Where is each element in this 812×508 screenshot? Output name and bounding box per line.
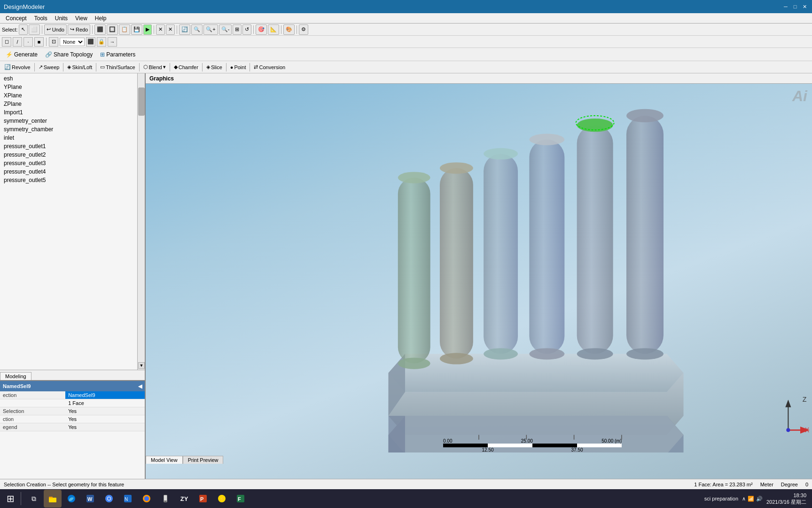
- taskbar-powerpoint[interactable]: P: [194, 490, 212, 508]
- zoom-out[interactable]: 🔍-: [219, 24, 232, 35]
- view-3d[interactable]: 🎯: [256, 24, 267, 35]
- modeling-tab[interactable]: Modeling: [0, 372, 31, 380]
- scrollbar-thumb: [138, 87, 145, 116]
- generate-button[interactable]: ⚡ Generate: [3, 49, 40, 60]
- status-text: Selection Creation -- Select geometry fo…: [4, 482, 694, 487]
- tree-scrollbar[interactable]: ▼: [137, 73, 145, 370]
- taskbar-phone[interactable]: [156, 490, 174, 508]
- tree-item-po3[interactable]: pressure_outlet3: [0, 159, 137, 167]
- render-btn[interactable]: 🎨: [283, 24, 295, 35]
- share-topology-button[interactable]: 🔗 Share Topology: [42, 49, 95, 60]
- taskbar-ansys[interactable]: ⚡: [213, 490, 231, 508]
- tree-item-po2[interactable]: pressure_outlet2: [0, 151, 137, 159]
- taskbar-word[interactable]: W: [81, 490, 99, 508]
- chamfer-btn[interactable]: ◆ Chamfer: [172, 62, 201, 72]
- lock-btn[interactable]: 🔒: [97, 37, 106, 47]
- taskbar-netbeans[interactable]: N: [119, 490, 137, 508]
- toolbar-select: Select: ↖ ⬜ ↩Undo ↪Redo ⬛ 🔲 📋 💾 ▶ ✕ ✕ 🔄 …: [0, 24, 812, 36]
- arrow-btn[interactable]: →: [108, 37, 117, 47]
- taskbar-clock[interactable]: 18:30 2021/3/16 星期二: [766, 492, 806, 506]
- scale-seg3: [532, 444, 577, 447]
- tree-item-mesh[interactable]: esh: [0, 74, 137, 83]
- zoom-fit[interactable]: ⊞: [233, 24, 242, 35]
- tree-item-po1[interactable]: pressure_outlet1: [0, 142, 137, 151]
- graphics-panel[interactable]: Graphics Ai: [146, 73, 812, 479]
- redo-btn[interactable]: ↪Redo: [68, 24, 90, 35]
- tree-item-zplane[interactable]: ZPlane: [0, 100, 137, 108]
- tool5[interactable]: ▶: [143, 24, 152, 35]
- menu-concept[interactable]: Concept: [2, 14, 31, 23]
- model-canvas[interactable]: Z X: [146, 84, 812, 452]
- view-plane[interactable]: 📐: [268, 24, 279, 35]
- taskbar-fluent[interactable]: F: [232, 490, 250, 508]
- print-preview-tab[interactable]: Print Preview: [183, 456, 224, 464]
- scroll-down-arrow[interactable]: ▼: [138, 362, 145, 369]
- model-view-tab[interactable]: Model View: [146, 456, 183, 464]
- tree-item-import1[interactable]: Import1: [0, 108, 137, 117]
- thin-surface-btn[interactable]: ▭ Thin/Surface: [98, 62, 137, 72]
- none-dropdown[interactable]: None: [60, 38, 85, 46]
- edge-select-btn[interactable]: /: [13, 37, 22, 47]
- start-button[interactable]: ⊞: [2, 490, 19, 507]
- blend-icon: ⬡: [143, 64, 148, 70]
- prop-collapse-btn[interactable]: ◀: [138, 383, 142, 389]
- tree-scroll[interactable]: esh YPlane XPlane ZPlane Import1 symmetr…: [0, 73, 145, 370]
- taskbar-language: sci preparation: [704, 496, 738, 501]
- cursor-select-btn[interactable]: ↖: [19, 24, 28, 35]
- taskbar-explorer[interactable]: [44, 490, 62, 508]
- feat-sep7: [226, 63, 226, 71]
- vertex-select-btn[interactable]: ·: [23, 37, 33, 47]
- tree-item-xplane[interactable]: XPlane: [0, 91, 137, 100]
- slice-btn[interactable]: ◈ Slice: [204, 62, 225, 72]
- tree-item-xyplane[interactable]: YPlane: [0, 83, 137, 91]
- parameters-icon: ⊞: [100, 51, 105, 58]
- tree-item-sym-center[interactable]: symmetry_center: [0, 117, 137, 125]
- close-button[interactable]: ✕: [801, 3, 808, 10]
- tool2[interactable]: 🔲: [107, 24, 118, 35]
- taskbar-firefox[interactable]: [138, 490, 156, 508]
- conversion-btn[interactable]: ⇄ Conversion: [251, 62, 288, 72]
- tool4[interactable]: 💾: [131, 24, 142, 35]
- taskbar-taskview[interactable]: ⧉: [25, 490, 43, 508]
- tool1[interactable]: ⬛: [94, 24, 106, 35]
- view-tool1[interactable]: ✕: [156, 24, 165, 35]
- zoom-in[interactable]: 🔍+: [203, 24, 218, 35]
- extra-btn[interactable]: ⚙: [299, 24, 308, 35]
- systray-up-arrow[interactable]: ∧: [742, 496, 746, 502]
- sep8: [46, 38, 47, 46]
- body-select-btn[interactable]: ■: [34, 37, 44, 47]
- taskbar-edge[interactable]: [62, 490, 80, 508]
- menu-help[interactable]: Help: [91, 14, 110, 23]
- taskbar-app-ziyuan[interactable]: ZY: [175, 490, 193, 508]
- point-btn[interactable]: ● Point: [228, 62, 249, 72]
- revolve-btn[interactable]: 🔄 Revolve: [2, 62, 33, 72]
- face-select-btn[interactable]: ◻: [2, 37, 11, 47]
- blend-btn[interactable]: ⬡ Blend ▾: [141, 62, 168, 72]
- skin-loft-btn[interactable]: ◈ Skin/Loft: [65, 62, 94, 72]
- view-tool2[interactable]: ✕: [166, 24, 175, 35]
- menu-view[interactable]: View: [71, 14, 91, 23]
- revolve-icon: 🔄: [4, 64, 11, 70]
- box-select-btn[interactable]: ⬜: [29, 24, 40, 35]
- scale-25: 25.00: [521, 438, 533, 444]
- filter-btn[interactable]: ⬛: [86, 37, 95, 47]
- zoom-tool2[interactable]: 🔍: [191, 24, 203, 35]
- menu-tools[interactable]: Tools: [31, 14, 51, 23]
- mode-btn[interactable]: ⊡: [49, 37, 58, 47]
- undo-btn[interactable]: ↩Undo: [44, 24, 67, 35]
- sweep-btn[interactable]: ↗ Sweep: [36, 62, 62, 72]
- zoom-tool1[interactable]: 🔄: [179, 24, 190, 35]
- taskbar-chrome[interactable]: [100, 490, 118, 508]
- minimize-button[interactable]: ─: [782, 3, 789, 10]
- maximize-button[interactable]: □: [791, 3, 799, 10]
- tree-item-inlet[interactable]: inlet: [0, 134, 137, 142]
- svg-point-43: [108, 497, 110, 500]
- zoom-prev[interactable]: ↺: [242, 24, 251, 35]
- tool3[interactable]: 📋: [119, 24, 130, 35]
- tree-item-po4[interactable]: pressure_outlet4: [0, 167, 137, 176]
- menu-units[interactable]: Units: [51, 14, 71, 23]
- feat-sep4: [139, 63, 140, 71]
- parameters-button[interactable]: ⊞ Parameters: [97, 49, 138, 60]
- tree-item-sym-chamber[interactable]: symmetry_chamber: [0, 125, 137, 134]
- tree-item-po5[interactable]: pressure_outlet5: [0, 176, 137, 184]
